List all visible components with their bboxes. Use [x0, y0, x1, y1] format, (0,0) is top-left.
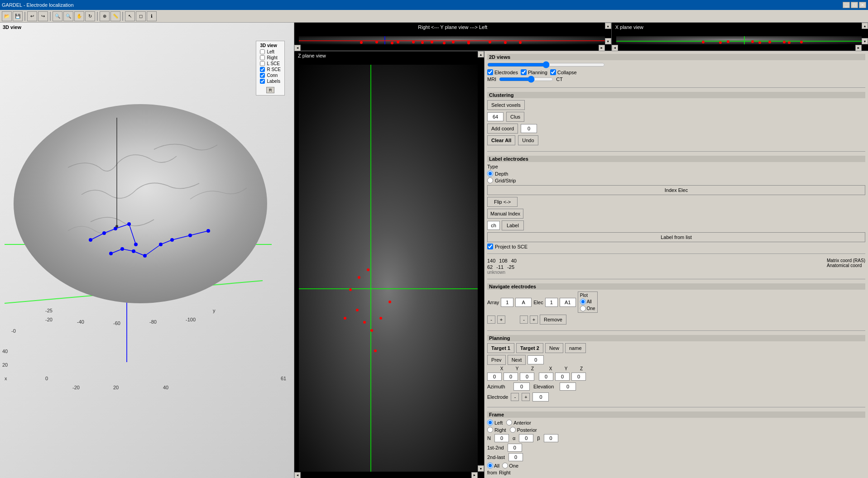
planning-checkbox[interactable] [521, 69, 527, 75]
y-plane-image[interactable] [299, 36, 605, 44]
frame-posterior-radio[interactable] [510, 427, 516, 433]
grid-strip-radio[interactable] [487, 177, 493, 183]
undo-cluster-button[interactable]: Undo [518, 135, 538, 145]
y-scroll-up-btn[interactable]: ▲ [605, 23, 611, 29]
y-scroll-down-btn[interactable]: ▼ [605, 38, 611, 44]
views-2d-slider[interactable] [487, 62, 605, 67]
beta-input[interactable] [544, 434, 558, 442]
clear-all-button[interactable]: Clear All [487, 135, 515, 145]
add-coord-input[interactable] [521, 124, 537, 133]
alpha-input[interactable] [519, 434, 533, 442]
flip-button[interactable]: Flip <-> [487, 197, 518, 207]
array-letter-input[interactable] [515, 298, 532, 307]
pan-button[interactable]: ✋ [74, 11, 84, 21]
legend-rsce-checkbox[interactable] [260, 67, 265, 72]
pointer-button[interactable]: ↖ [125, 11, 135, 21]
elec-value-input[interactable] [545, 298, 558, 307]
clustering-value-input[interactable] [487, 112, 504, 121]
y-plane-panel[interactable]: Right <--- Y plane view ---> Left ▲ ▼ ◄ … [294, 23, 612, 51]
t1-x-input[interactable] [487, 373, 502, 381]
add-coord-button[interactable]: Add coord [487, 124, 518, 134]
brain-canvas[interactable]: -0 40 20 x 0 -20 -40 -60 -80 -100 -25 y … [0, 23, 294, 478]
elec-minus-button[interactable]: - [520, 315, 528, 324]
crosshair-button[interactable]: ⊕ [100, 11, 110, 21]
depth-radio[interactable] [487, 171, 493, 177]
clus-button[interactable]: Clus [506, 112, 524, 122]
zoom-out-button[interactable]: 🔍 [63, 11, 73, 21]
frame-right-radio[interactable] [487, 427, 493, 433]
frame-plot-one-radio[interactable] [502, 463, 508, 468]
redo-button[interactable]: ↪ [38, 11, 48, 21]
legend-left-checkbox[interactable] [260, 49, 265, 54]
undo-button[interactable]: ↩ [27, 11, 37, 21]
azimuth-input[interactable] [513, 382, 530, 391]
t1-z-input[interactable] [520, 373, 534, 381]
z-plane-image[interactable] [299, 65, 478, 472]
frame-plot-all-radio[interactable] [487, 463, 493, 468]
index-elec-button[interactable]: Index Elec [487, 185, 865, 195]
y-scroll-left-btn[interactable]: ◄ [294, 45, 301, 51]
info-button[interactable]: ℹ [147, 11, 157, 21]
label-button[interactable]: Label [502, 220, 524, 230]
plot-one-radio[interactable] [580, 306, 586, 311]
prev-button[interactable]: Prev [487, 355, 506, 365]
next-button[interactable]: Next [508, 355, 526, 365]
x-plane-image[interactable] [616, 36, 862, 44]
elec-plus-button[interactable]: + [530, 315, 538, 324]
x-scroll-left-btn[interactable]: ◄ [612, 45, 618, 51]
collapse-checkbox[interactable] [550, 69, 556, 75]
elevation-input[interactable] [560, 382, 576, 391]
target2-button[interactable]: Target 2 [516, 343, 543, 353]
measure-button[interactable]: 📏 [110, 11, 120, 21]
target1-button[interactable]: Target 1 [487, 343, 514, 353]
save-button[interactable]: 💾 [13, 11, 23, 21]
remove-button[interactable]: Remove [540, 315, 566, 325]
y-scroll-right-btn[interactable]: ► [599, 45, 605, 51]
x-scroll-down-btn[interactable]: ▼ [862, 38, 868, 44]
select-button[interactable]: ◻ [136, 11, 146, 21]
t1-y-input[interactable] [504, 373, 518, 381]
electrodes-checkbox[interactable] [487, 69, 493, 75]
legend-r-button[interactable]: R [266, 87, 274, 93]
z-scroll-down-btn[interactable]: ▼ [478, 465, 484, 472]
z-plane-panel[interactable]: Z plane view ▲ ▼ ◄ ► [294, 51, 484, 478]
array-value-input[interactable] [501, 298, 513, 307]
frame-left-radio[interactable] [487, 420, 493, 425]
elec-id-input[interactable] [560, 298, 576, 307]
t2-y-input[interactable] [555, 373, 570, 381]
electrode-count-input[interactable] [532, 392, 549, 402]
legend-lsce-checkbox[interactable] [260, 61, 265, 66]
x-scroll-right-btn[interactable]: ► [855, 45, 862, 51]
new-button[interactable]: New [545, 343, 563, 353]
planning-counter-input[interactable] [528, 355, 544, 364]
label-from-list-button[interactable]: Label from list [487, 232, 865, 242]
close-button[interactable]: ✕ [859, 2, 866, 8]
x-scroll-up-btn[interactable]: ▲ [862, 23, 868, 29]
electrode-plus-button[interactable]: + [522, 393, 530, 401]
frame-anterior-radio[interactable] [506, 420, 512, 425]
zoom-in-button[interactable]: 🔍 [53, 11, 62, 21]
x-plane-panel[interactable]: X plane view ▲ ▼ ◄ ► [612, 23, 868, 51]
legend-conn-checkbox[interactable] [260, 73, 265, 78]
rotate-button[interactable]: ↻ [85, 11, 95, 21]
maximize-button[interactable]: □ [851, 2, 858, 8]
mri-slider[interactable] [499, 77, 553, 81]
t2-x-input[interactable] [539, 373, 553, 381]
minimize-button[interactable]: _ [843, 2, 850, 8]
array-minus-button[interactable]: - [487, 315, 495, 324]
name-button[interactable]: name [565, 343, 586, 353]
z-scroll-up-btn[interactable]: ▲ [478, 51, 484, 57]
n-input[interactable] [494, 434, 509, 442]
manual-index-button[interactable]: Manual Index [487, 209, 523, 219]
ch-input[interactable] [487, 221, 500, 230]
t2-z-input[interactable] [571, 373, 586, 381]
first-second-input[interactable] [508, 444, 522, 452]
legend-right-checkbox[interactable] [260, 55, 265, 60]
open-button[interactable]: 📂 [2, 11, 12, 21]
z-scroll-left-btn[interactable]: ◄ [294, 472, 301, 478]
project-sce-checkbox[interactable] [487, 244, 493, 249]
legend-labels-checkbox[interactable] [260, 79, 265, 84]
select-voxels-button[interactable]: Select voxels [487, 100, 525, 110]
plot-all-radio[interactable] [580, 299, 586, 305]
array-plus-button[interactable]: + [497, 315, 505, 324]
